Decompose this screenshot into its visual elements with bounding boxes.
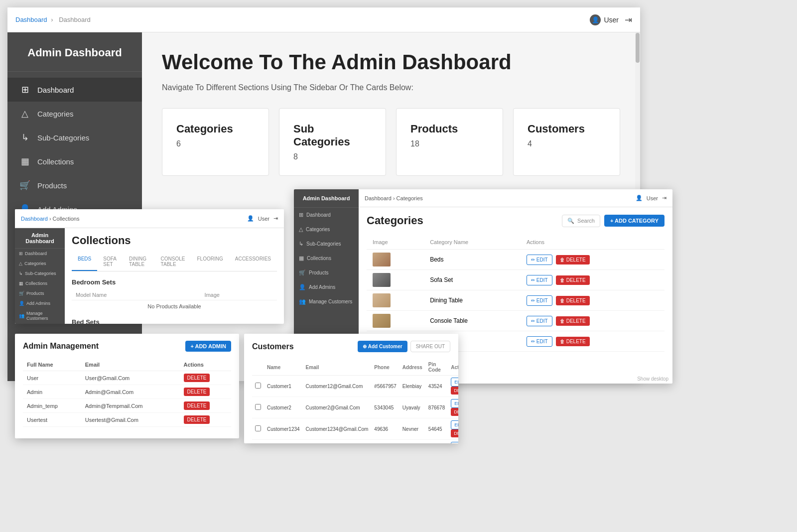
sidebar-item-subcategories[interactable]: ↳ Sub-Categories [7,126,142,149]
admin-delete-button[interactable]: DELETE [184,388,210,396]
add-admin-button[interactable]: + ADD ADMIN [185,341,231,352]
cat-name-cell: Sofa Set [424,270,521,290]
console-edit-button[interactable]: ✏ EDIT [527,316,552,326]
collections-breadcrumb-home[interactable]: Dashboard [21,216,48,222]
beds-edit-button[interactable]: ✏ EDIT [527,255,552,265]
card-customers-title: Customers [528,123,606,135]
col-image-header: Image [200,290,277,300]
cat-sidebar-manage-customers[interactable]: 👥Manage Customers [294,294,359,309]
col-tab-beds[interactable]: BEDS [72,253,97,271]
breadcrumb-current: Dashboard [59,16,91,23]
breadcrumb-separator: › [51,16,53,23]
category-search-box[interactable]: 🔍 Search [562,215,600,227]
cat-name-cell: Beds [424,250,521,270]
sidebar-item-categories[interactable]: △ Categories [7,102,142,126]
breadcrumb: Dashboard › Dashboard [15,16,93,23]
customer1-checkbox[interactable] [255,383,261,389]
col-sidebar-products[interactable]: 🛒Products [15,288,65,298]
cat-sidebar-categories[interactable]: △Categories [294,222,359,237]
cards-grid: Categories 6 Sub Categories 8 Products 1… [162,108,620,176]
cat-breadcrumb: Dashboard › Categories [365,195,423,201]
customer2-checkbox[interactable] [255,404,261,410]
sofa-edit-button[interactable]: ✏ EDIT [527,275,552,285]
admin-email-cell: Admin@Tempmail.Com [81,399,180,413]
card-customers[interactable]: Customers 4 [513,108,620,176]
customers-window: Customers ⊕ Add Customer SHARE OUT Name … [244,334,458,443]
cust4-edit-button[interactable]: EDIT [451,442,458,443]
col-sidebar-categories[interactable]: △Categories [15,259,65,268]
categories-top-bar: Dashboard › Categories 👤 User ⇥ [359,189,672,207]
card-customers-count: 4 [528,139,606,148]
cat-breadcrumb-home[interactable]: Dashboard [365,195,392,201]
cat-table-header-row: Image Category Name Actions [367,235,664,250]
admin-actions-cell: DELETE [180,371,231,385]
cust3-edit-button[interactable]: EDIT [451,420,458,429]
dining-delete-button[interactable]: 🗑 DELETE [556,296,590,305]
card-subcategories[interactable]: Sub Categories 8 [279,108,386,176]
table-row: Beds ✏ EDIT 🗑 DELETE [367,250,664,270]
add-category-button[interactable]: + ADD CATEGORY [604,215,664,227]
scrollbar-thumb[interactable] [636,33,640,63]
cat-sidebar-dashboard[interactable]: ⊞Dashboard [294,208,359,222]
col-tab-accessories[interactable]: ACCESSORIES [229,253,277,271]
card-categories[interactable]: Categories 6 [162,108,269,176]
categories-icon: △ [19,108,30,119]
flooring-edit-button[interactable]: ✏ EDIT [527,336,552,347]
add-customer-button[interactable]: ⊕ Add Customer [358,341,407,352]
col-sidebar-subcategories[interactable]: ↳Sub-Categories [15,268,65,278]
col-sidebar-dashboard[interactable]: ⊞Dashboard [15,249,65,259]
col-tab-dining[interactable]: DINING TABLE [123,253,155,271]
share-button[interactable]: SHARE OUT [410,341,450,352]
table-row: Customer239 Customer98@Gmail.Com 87876 U… [252,440,458,444]
cust-check-cell [252,440,264,444]
logout-icon[interactable]: ⇥ [625,14,632,25]
welcome-title: Welcome To The Admin Dashboard [162,50,620,74]
cust-actions-cell: EDIT DELETE [448,376,458,397]
flooring-delete-button[interactable]: 🗑 DELETE [556,337,590,346]
sofa-delete-button[interactable]: 🗑 DELETE [556,275,590,285]
dining-edit-button[interactable]: ✏ EDIT [527,295,552,306]
col-sidebar-collections[interactable]: ▦Collections [15,278,65,288]
cust2-edit-button[interactable]: EDIT [451,399,458,408]
cust3-delete-button[interactable]: DELETE [451,429,458,437]
cat-sidebar-add-admins[interactable]: 👤Add Admins [294,280,359,294]
sidebar-item-products[interactable]: 🛒 Products [7,173,142,197]
console-delete-button[interactable]: 🗑 DELETE [556,316,590,326]
sidebar-item-collections[interactable]: ▦ Collections [7,149,142,173]
customer3-checkbox[interactable] [255,425,261,431]
card-products[interactable]: Products 18 [396,108,503,176]
col-model-name-header: Model Name [72,290,200,300]
breadcrumb-home[interactable]: Dashboard [15,16,47,23]
cust-email-cell: Customer2@Gmail.Com [303,397,372,418]
cat-sidebar-subcategories[interactable]: ↳Sub-Categories [294,237,359,251]
user-avatar-icon: 👤 [590,14,601,25]
user-delete-button[interactable]: DELETE [184,374,210,382]
cust1-delete-button[interactable]: DELETE [451,387,458,395]
cust-address-header: Address [399,359,425,376]
sidebar-item-label: Collections [37,157,74,166]
collections-user-icon: 👤 [247,215,254,222]
col-tab-flooring[interactable]: FLOORING [191,253,229,271]
usertest-delete-button[interactable]: DELETE [184,415,210,424]
cust-phone-cell: #5667957 [371,376,399,397]
beds-delete-button[interactable]: 🗑 DELETE [556,255,590,265]
admin-actions-header: Actions [180,359,231,371]
sidebar-item-dashboard[interactable]: ⊞ Dashboard [7,78,142,102]
cat-sidebar-products[interactable]: 🛒Products [294,266,359,280]
col-tab-sofa[interactable]: SOFA SET [97,253,123,271]
categories-page-title: Categories [367,214,423,227]
cust-name-cell: Customer239 [264,440,303,444]
cat-logout-icon[interactable]: ⇥ [662,195,666,201]
col-tab-console[interactable]: CONSOLE TABLE [155,253,191,271]
cust1-edit-button[interactable]: EDIT [451,378,458,387]
col-sidebar-add-admins[interactable]: 👤Add Admins [15,298,65,308]
col-sidebar-manage-customers[interactable]: 👥Manage Customers [15,308,65,323]
cat-sidebar-collections[interactable]: ▦Collections [294,251,359,266]
collections-logout-icon[interactable]: ⇥ [273,215,278,222]
admin-actions-cell: DELETE [180,413,231,427]
admin-temp-delete-button[interactable]: DELETE [184,401,210,410]
cust2-delete-button[interactable]: DELETE [451,408,458,416]
card-products-title: Products [410,123,489,135]
cat-name-header: Category Name [424,235,521,250]
cust-actions-cell: EDIT DELETE [448,397,458,418]
